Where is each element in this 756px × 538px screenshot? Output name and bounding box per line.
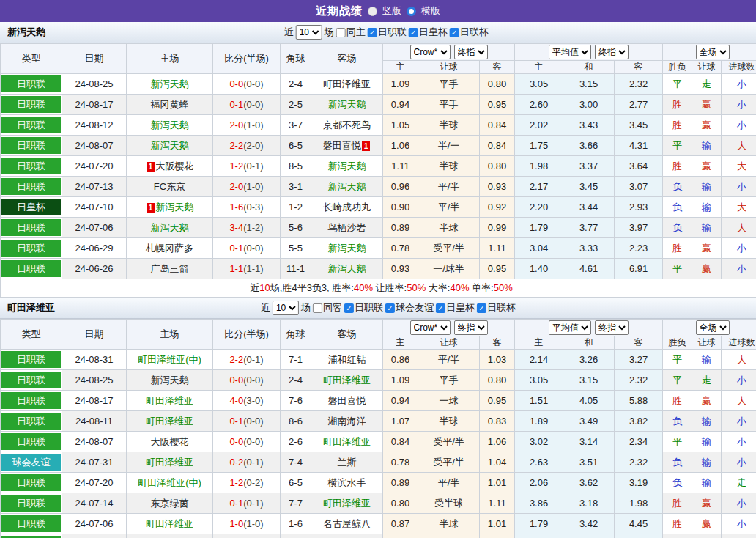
halftime-score: (0-0) [243,99,263,110]
fulltime-score: 0-1 [229,498,243,509]
competition-checkbox[interactable]: ✓球会友谊 [385,301,434,314]
competition-cell: 日职联 [1,95,62,115]
result-wdl-cell-value: 负 [672,181,682,192]
home-team-cell: 町田泽维亚 [127,452,213,473]
sub-col-header: 进球数 [722,61,756,74]
date-cell: 24-08-07 [62,136,127,156]
away-team-cell: 町田泽维亚 [311,534,383,538]
odds-home-cell: 1.05 [383,115,418,136]
team-name-text: 长崎成功丸 [323,202,371,213]
home-team-cell: 新泻天鹅 [127,74,213,95]
result-handicap-cell-value: 赢 [702,243,711,254]
result-goals-cell: 小 [722,115,756,136]
competition-cell: 球会友谊 [1,452,62,473]
avg-away-cell: 2.32 [615,452,663,473]
competition-checkbox-box[interactable]: ✓ [385,303,395,313]
match-count-select[interactable]: 10 [296,25,322,40]
result-wdl-cell: 平 [663,370,692,391]
team-name-text: 鸟栖沙岩 [328,222,366,233]
same-venue-checkbox[interactable]: 同客 [313,301,342,314]
competition-checkbox[interactable]: ✓日职联 [368,26,407,39]
result-wdl-cell: 胜 [663,238,692,259]
scope-select[interactable]: 全场 [696,320,730,335]
handicap-cell: 半球 [418,411,480,432]
score-cell: 2-0(1-0) [213,115,281,136]
competition-checkbox[interactable]: ✓日联杯 [477,301,516,314]
competition-cell: 日职联 [1,177,62,197]
odds-away-cell: 0.95 [480,95,515,115]
same-venue-checkbox-box[interactable] [336,28,346,37]
odds-away-cell: 0.95 [480,259,515,279]
fulltime-score: 1-2 [229,161,243,172]
result-handicap-cell: 输 [692,473,722,493]
match-count-select[interactable]: 10 [273,301,299,315]
result-goals-cell-value: 小 [737,243,746,254]
odds-time-select[interactable]: 终指 [454,45,488,59]
team-name-text: 湘南海洋 [328,416,366,427]
competition-checkbox-box[interactable]: ✓ [477,303,486,313]
odds-home-cell: 0.81 [383,534,418,538]
avg-draw-cell: 4.61 [563,259,615,279]
team-name-text: 札幌冈萨多 [146,243,193,254]
horizontal-layout-radio[interactable] [407,7,416,16]
competition-checkbox[interactable]: ✓日皇杯 [409,26,448,39]
odds-away-cell: 0.93 [480,177,515,197]
halftime-score: (1-2) [243,222,263,233]
match-row: 日职联24-06-26广岛三箭1-1(1-1)11-1新泻天鹅0.93一/球半0… [1,259,756,279]
odds-away-cell: 0.84 [480,136,515,156]
halftime-score: (0-1) [243,161,263,172]
odds-time-select[interactable]: 终指 [454,320,488,335]
competition-checkbox[interactable]: ✓日皇杯 [436,301,475,314]
team-sections: 新泻天鹅近10场同主✓日职联✓日皇杯✓日联杯类型日期主场比分(半场)角球客场Cr… [0,22,756,538]
avg-source-select[interactable]: 平均值 [549,45,591,59]
result-handicap-cell-value: 走 [702,375,711,386]
avg-away-cell: 2.32 [615,74,663,95]
date-cell: 24-08-17 [62,95,127,115]
avg-draw-cell: 3.42 [563,514,615,534]
result-wdl-cell: 负 [663,411,692,432]
score-cell: 1-0(1-0) [213,514,281,534]
halftime-score: (0-0) [243,436,263,447]
result-goals-cell: 大 [722,534,756,538]
competition-checkbox-box[interactable]: ✓ [450,28,459,37]
avg-source-select[interactable]: 平均值 [549,320,591,335]
same-venue-checkbox-box[interactable] [313,303,322,313]
competition-checkbox[interactable]: ✓日联杯 [450,26,489,39]
avg-time-select[interactable]: 终指 [595,45,629,59]
competition-checkbox[interactable]: ✓日职联 [344,301,383,314]
match-row: 日职联24-06-301大阪钢巴1-3(1-1)5-3町田泽维亚0.81受平/半… [1,534,756,538]
handicap-cell: 一球 [418,391,480,411]
fulltime-score: 1-2 [229,477,243,488]
result-wdl-cell-value: 胜 [672,498,682,509]
competition-checkbox-box[interactable]: ✓ [368,28,377,37]
competition-checkbox-box[interactable]: ✓ [436,303,445,313]
date-cell: 24-08-31 [62,350,127,370]
odds-source-select[interactable]: Crow* [410,320,451,335]
competition-badge: 日职联 [1,392,61,409]
score-cell: 4-0(3-0) [213,391,281,411]
handicap-cell: 半球 [418,115,480,136]
result-wdl-cell: 平 [663,74,692,95]
same-venue-checkbox[interactable]: 同主 [336,26,366,39]
competition-cell: 日职联 [1,136,62,156]
score-cell: 2-2(0-1) [213,350,281,370]
avg-time-select[interactable]: 终指 [595,320,629,335]
home-team-cell: 福冈黄蜂 [127,95,213,115]
odds-source-select[interactable]: Crow* [410,45,451,59]
competition-checkbox-box[interactable]: ✓ [344,303,354,313]
competition-checkbox-box[interactable]: ✓ [409,28,418,37]
section-team-name: 新泻天鹅 [7,26,45,39]
corner-cell: 1-2 [281,197,311,218]
scope-select[interactable]: 全场 [696,45,730,59]
match-filters: 近10场同客✓日职联✓球会友谊✓日皇杯✓日联杯 [261,301,516,315]
vertical-layout-radio[interactable] [368,7,377,16]
date-cell: 24-06-30 [62,534,127,538]
date-cell: 24-08-07 [62,432,127,452]
competition-cell: 日职联 [1,156,62,177]
away-team-cell: 浦和红钻 [311,350,383,370]
result-goals-cell: 小 [722,514,756,534]
team-name-text: 福冈黄蜂 [151,99,189,110]
result-handicap-cell-value: 赢 [702,119,711,130]
result-wdl-cell: 平 [663,432,692,452]
score-cell: 0-0(0-0) [213,370,281,391]
